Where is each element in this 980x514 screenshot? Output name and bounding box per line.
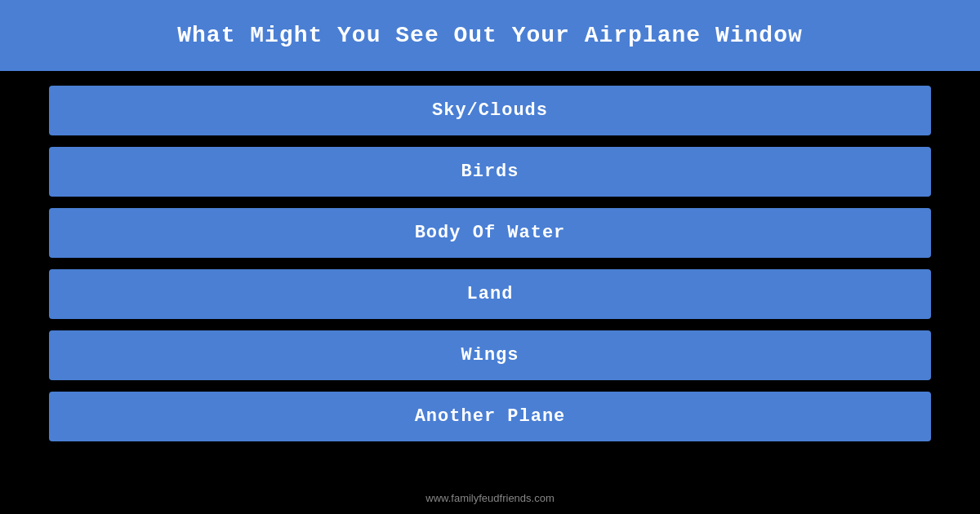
page-title: What Might You See Out Your Airplane Win… (177, 23, 803, 48)
answer-row-5[interactable]: Wings (49, 330, 931, 380)
answer-text-2: Birds (461, 162, 519, 182)
answer-text-5: Wings (461, 345, 519, 366)
answer-text-4: Land (467, 284, 514, 304)
answers-container: Sky/CloudsBirdsBody Of WaterLandWingsAno… (0, 71, 980, 450)
answer-row-3[interactable]: Body Of Water (49, 208, 931, 258)
answer-text-6: Another Plane (415, 406, 566, 427)
footer: www.familyfeudfriends.com (0, 491, 980, 506)
answer-row-1[interactable]: Sky/Clouds (49, 86, 931, 135)
answer-text-1: Sky/Clouds (432, 100, 548, 121)
answer-row-6[interactable]: Another Plane (49, 392, 931, 441)
header: What Might You See Out Your Airplane Win… (0, 0, 980, 71)
answer-row-2[interactable]: Birds (49, 147, 931, 197)
footer-url: www.familyfeudfriends.com (425, 492, 555, 504)
answer-row-4[interactable]: Land (49, 269, 931, 319)
answer-text-3: Body Of Water (415, 223, 566, 243)
